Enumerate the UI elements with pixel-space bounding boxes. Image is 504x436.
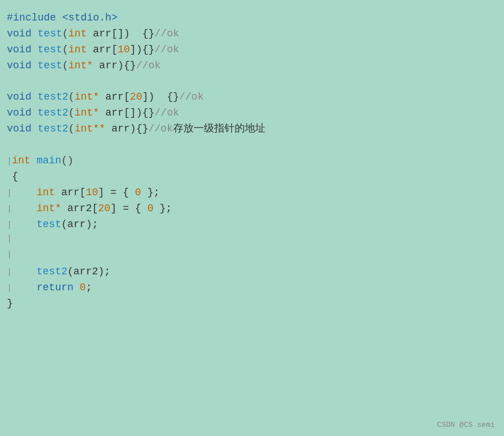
code-line-18: | return 0 ; — [7, 280, 493, 296]
code-line-1: #include <stdio.h> — [7, 10, 493, 26]
empty-line-4: | — [7, 248, 493, 264]
code-line-8: void test2 ( int ** arr){} //ok 存放一级指针的地… — [7, 121, 493, 137]
watermark: CSDN @CS semi — [437, 421, 495, 429]
empty-line-2 — [7, 137, 493, 153]
code-line-17: | test2 (arr2); — [7, 264, 493, 280]
empty-line-3: | — [7, 232, 493, 248]
func-test: test — [38, 26, 62, 42]
include-directive: #include <stdio.h> — [7, 10, 117, 26]
empty-line-1 — [7, 74, 493, 90]
code-line-3: void test ( int arr[ 10 ]){} //ok — [7, 42, 493, 58]
code-line-7: void test2 ( int * arr[]){} //ok — [7, 105, 493, 121]
code-line-14: | test (arr); — [7, 217, 493, 233]
code-line-10: | int main () — [7, 153, 493, 169]
keyword-void: void — [7, 26, 31, 42]
code-line-6: void test2 ( int * arr[ 20 ]) {} //ok — [7, 89, 493, 105]
code-line-4: void test ( int * arr){} //ok — [7, 58, 493, 74]
keyword-int: int — [68, 26, 87, 42]
code-line-19: } — [7, 296, 493, 312]
code-container: #include <stdio.h> void test ( int arr[]… — [0, 0, 504, 436]
comment-chinese: 存放一级指针的地址 — [173, 121, 265, 137]
code-line-12: | int arr[ 10 ] = { 0 }; — [7, 185, 493, 201]
code-line-11: { — [7, 169, 493, 185]
code-line-13: | int * arr2[ 20 ] = { 0 }; — [7, 201, 493, 217]
code-line-2: void test ( int arr[]) {} //ok — [7, 26, 493, 42]
